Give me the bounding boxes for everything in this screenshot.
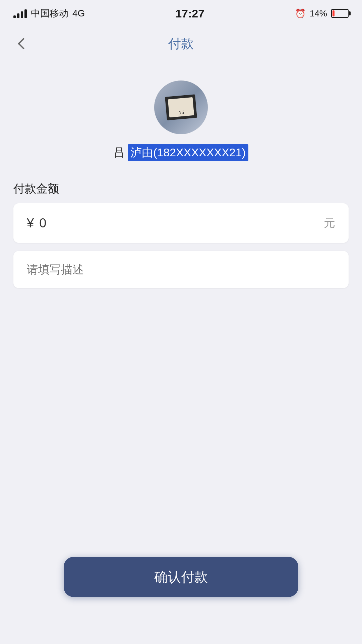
avatar — [154, 80, 208, 134]
confirm-payment-button[interactable]: 确认付款 — [64, 557, 298, 597]
page-title: 付款 — [168, 35, 194, 52]
signal-icon — [13, 9, 27, 18]
amount-input[interactable] — [39, 216, 198, 230]
description-input[interactable] — [27, 263, 335, 276]
status-right: ⏰ 14% — [295, 8, 349, 19]
status-left: 中国移动 4G — [13, 7, 85, 20]
status-bar: 中国移动 4G 17:27 ⏰ 14% — [0, 0, 362, 27]
amount-left: ¥ — [27, 216, 324, 230]
alarm-icon: ⏰ — [295, 8, 306, 19]
currency-unit: 元 — [324, 215, 335, 231]
back-arrow-icon — [18, 38, 29, 49]
status-time: 17:27 — [175, 7, 204, 20]
nav-bar: 付款 — [0, 27, 362, 60]
battery-percent: 14% — [310, 8, 327, 19]
carrier-label: 中国移动 — [31, 7, 68, 20]
main-content: 吕 泸由(182XXXXXXX21) 付款金额 ¥ 元 — [0, 60, 362, 288]
avatar-section: 吕 泸由(182XXXXXXX21) — [13, 74, 349, 161]
confirm-button-wrapper: 确认付款 — [64, 557, 298, 597]
user-name-prefix: 吕 — [114, 145, 125, 160]
user-name-display: 吕 泸由(182XXXXXXX21) — [114, 144, 248, 161]
currency-symbol: ¥ — [27, 216, 34, 230]
avatar-image — [165, 94, 197, 120]
avatar-inner — [154, 80, 208, 134]
user-name-highlighted: 泸由(182XXXXXXX21) — [128, 144, 248, 161]
description-input-container[interactable] — [13, 251, 349, 288]
battery-icon — [331, 9, 349, 18]
back-button[interactable] — [13, 34, 34, 54]
confirm-button-label: 确认付款 — [154, 568, 208, 586]
amount-input-container[interactable]: ¥ 元 — [13, 203, 349, 243]
network-label: 4G — [72, 8, 85, 19]
amount-section-label: 付款金额 — [13, 181, 349, 197]
